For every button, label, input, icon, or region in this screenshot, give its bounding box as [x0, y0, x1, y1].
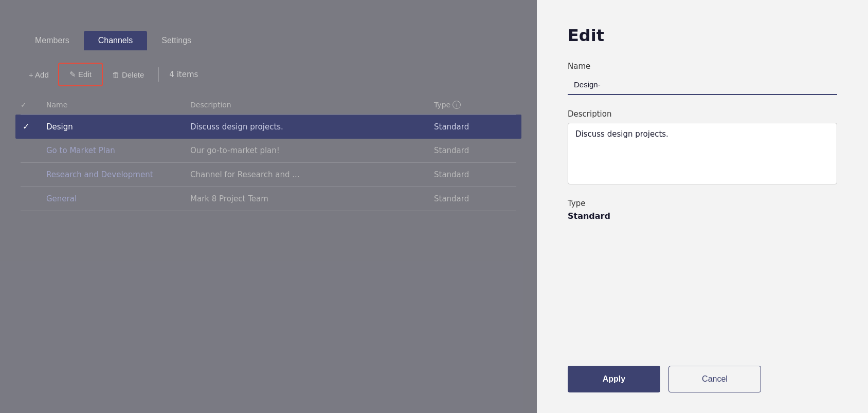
row-type-gtm: Standard: [434, 146, 516, 155]
delete-button[interactable]: 🗑 Delete: [104, 66, 153, 83]
row-desc-gtm: Our go-to-market plan!: [190, 146, 434, 155]
tab-members[interactable]: Members: [21, 31, 84, 50]
name-input[interactable]: [568, 75, 837, 95]
row-desc-design: Discuss design projects.: [190, 122, 434, 132]
left-panel: Members Channels Settings + Add ✎ Edit 🗑…: [0, 0, 537, 413]
tab-settings[interactable]: Settings: [147, 31, 206, 50]
table-row[interactable]: Go to Market Plan Our go-to-market plan!…: [21, 139, 516, 163]
header-check: ✓: [21, 101, 46, 109]
header-type: Type i: [434, 101, 516, 109]
tab-channels[interactable]: Channels: [84, 31, 148, 50]
toolbar-divider: [158, 67, 159, 82]
edit-title: Edit: [568, 26, 837, 45]
toolbar: + Add ✎ Edit 🗑 Delete 4 items: [21, 66, 516, 83]
table-row[interactable]: General Mark 8 Project Team Standard: [21, 187, 516, 211]
row-name-rd: Research and Development: [46, 170, 190, 179]
items-count: 4 items: [169, 70, 198, 79]
row-type-rd: Standard: [434, 170, 516, 179]
description-label: Description: [568, 109, 837, 119]
apply-button[interactable]: Apply: [568, 366, 660, 392]
row-desc-general: Mark 8 Project Team: [190, 194, 434, 203]
type-info-icon[interactable]: i: [453, 101, 461, 109]
row-desc-rd: Channel for Research and ...: [190, 170, 434, 179]
row-name-gtm: Go to Market Plan: [46, 146, 190, 155]
description-input[interactable]: Discuss design projects.: [568, 123, 837, 184]
row-name-general: General: [46, 194, 190, 203]
name-label: Name: [568, 62, 837, 71]
channels-table: ✓ Name Description Type i ✓ Design Discu…: [21, 96, 516, 211]
add-button[interactable]: + Add: [21, 66, 57, 83]
header-name: Name: [46, 101, 190, 109]
row-check-design: ✓: [21, 122, 46, 132]
edit-button[interactable]: ✎ Edit: [61, 66, 100, 83]
tabs-container: Members Channels Settings: [21, 31, 516, 50]
table-row[interactable]: ✓ Design Discuss design projects. Standa…: [15, 115, 521, 139]
row-type-design: Standard: [434, 122, 516, 132]
type-label: Type: [568, 199, 837, 208]
form-spacer: [568, 221, 837, 355]
row-type-general: Standard: [434, 194, 516, 203]
type-value: Standard: [568, 211, 837, 221]
header-description: Description: [190, 101, 434, 109]
table-row[interactable]: Research and Development Channel for Res…: [21, 163, 516, 187]
edit-panel: Edit Name Description Discuss design pro…: [537, 0, 868, 413]
form-actions: Apply Cancel: [568, 366, 837, 392]
row-name-design: Design: [46, 122, 190, 132]
cancel-button[interactable]: Cancel: [668, 366, 761, 392]
table-header: ✓ Name Description Type i: [21, 96, 516, 115]
edit-btn-wrapper: ✎ Edit: [61, 66, 100, 83]
